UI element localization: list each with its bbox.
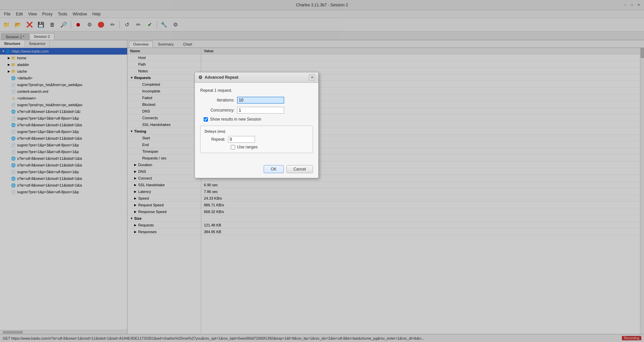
- concurrency-input[interactable]: [237, 107, 284, 114]
- dialog-close-button[interactable]: ✕: [309, 74, 315, 80]
- repeat-delay-label: Repeat:: [205, 137, 228, 142]
- use-ranges-row: Use ranges: [205, 145, 309, 149]
- iterations-label: Iterations:: [200, 98, 237, 102]
- use-ranges-checkbox[interactable]: [231, 145, 235, 149]
- dialog-buttons: OK Cancel: [195, 162, 318, 178]
- delays-section: Delays (ms) Repeat: Use ranges: [200, 126, 313, 153]
- show-results-row: Show results in new Session: [200, 117, 313, 122]
- repeat-delay-row: Repeat:: [205, 136, 309, 143]
- cancel-button[interactable]: Cancel: [286, 165, 313, 173]
- dialog-gear-icon: ⚙: [198, 75, 203, 80]
- iterations-input[interactable]: [237, 97, 284, 104]
- dialog-title-text: Advanced Repeat: [205, 75, 238, 80]
- show-results-label: Show results in new Session: [210, 117, 261, 122]
- repeat-delay-input[interactable]: [228, 136, 255, 143]
- dialog-repeat-info: Repeat 1 request.: [200, 88, 313, 93]
- dialog-body: Repeat 1 request. Iterations: Concurrenc…: [195, 83, 318, 162]
- dialog-titlebar: ⚙ Advanced Repeat ✕: [195, 72, 318, 83]
- concurrency-label: Concurrency:: [200, 108, 237, 113]
- use-ranges-label: Use ranges: [237, 145, 258, 149]
- ok-button[interactable]: OK: [264, 165, 283, 173]
- advanced-repeat-dialog: ⚙ Advanced Repeat ✕ Repeat 1 request. It…: [195, 72, 319, 178]
- concurrency-row: Concurrency:: [200, 107, 313, 114]
- dialog-title: ⚙ Advanced Repeat: [198, 75, 238, 80]
- delays-title: Delays (ms): [205, 129, 309, 133]
- show-results-checkbox[interactable]: [204, 117, 208, 122]
- iterations-row: Iterations:: [200, 97, 313, 104]
- dialog-overlay[interactable]: ⚙ Advanced Repeat ✕ Repeat 1 request. It…: [0, 0, 644, 334]
